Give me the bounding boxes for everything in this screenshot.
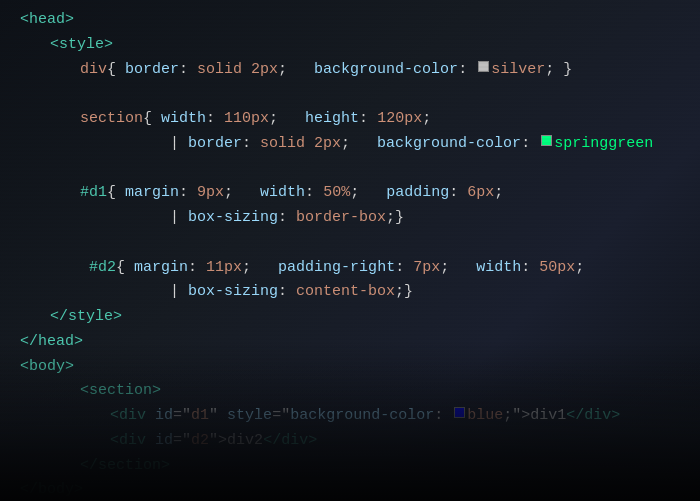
tag-bracket: < xyxy=(20,8,29,33)
line-blank3 xyxy=(20,231,680,256)
line-head-open: <head> xyxy=(20,8,680,33)
keyboard-overlay xyxy=(0,361,700,501)
line-d1-rule1: #d1{ margin: 9px; width: 50%; padding: 6… xyxy=(80,181,680,206)
line-d2-rule1: #d2{ margin: 11px; padding-right: 7px; w… xyxy=(80,256,680,281)
swatch-silver xyxy=(478,61,489,72)
line-section-rule1: section{ width: 110px; height: 120px; xyxy=(80,107,680,132)
line-style-close: </style> xyxy=(50,305,680,330)
line-blank1 xyxy=(20,82,680,107)
line-blank2 xyxy=(20,157,680,182)
swatch-springgreen xyxy=(541,135,552,146)
line-style-open: <style> xyxy=(50,33,680,58)
screen: <head> <style> div{ border: solid 2px; b… xyxy=(0,0,700,501)
line-head-close: </head> xyxy=(20,330,680,355)
line-d1-rule2: | box-sizing: border-box;} xyxy=(80,206,680,231)
line-div-rule: div{ border: solid 2px; background-color… xyxy=(80,58,680,83)
line-d2-rule2: | box-sizing: content-box;} xyxy=(80,280,680,305)
tag-name: head xyxy=(29,8,65,33)
line-section-rule2: | border: solid 2px; background-color: s… xyxy=(80,132,680,157)
